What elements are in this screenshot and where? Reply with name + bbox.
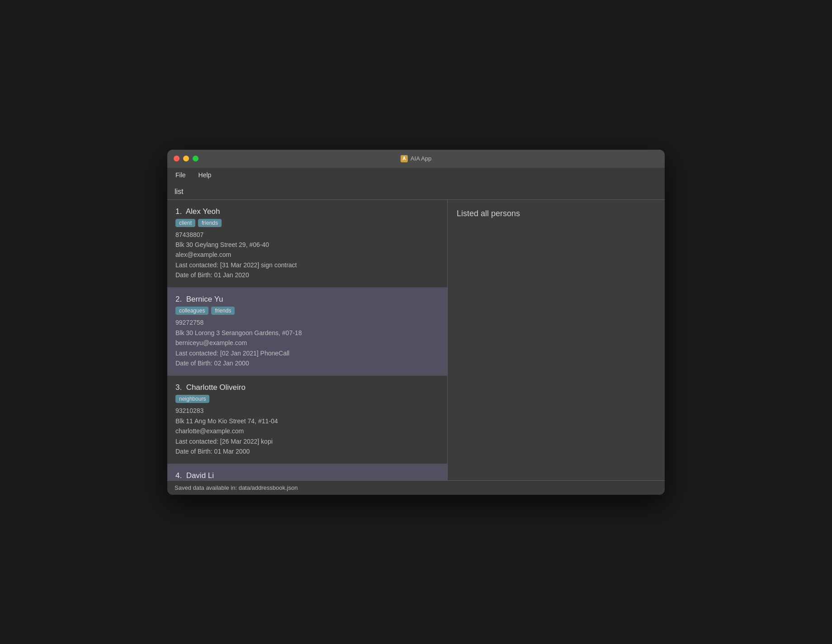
contact-details-3: 93210283 Blk 11 Ang Mo Kio Street 74, #1… [175,406,439,456]
contacts-list[interactable]: 1. Alex Yeoh client friends 87438807 Blk… [167,200,448,480]
tag-friends-2: friends [211,307,235,315]
contact-email-1: alex@example.com [175,250,439,260]
contact-tags-3: neighbours [175,395,439,403]
app-icon: A [401,155,408,162]
app-window: A AIA App File Help list 1. Alex Yeoh cl… [167,150,665,495]
contact-details-1: 87438807 Blk 30 Geylang Street 29, #06-4… [175,230,439,280]
contact-name-4: 4. David Li [175,471,439,480]
contact-dob-1: Date of Birth: 01 Jan 2020 [175,270,439,280]
window-title: AIA App [411,155,431,162]
contact-tags-2: colleagues friends [175,307,439,315]
contact-last-contacted-1: Last contacted: [31 Mar 2022] sign contr… [175,260,439,270]
tag-colleagues: colleagues [175,307,208,315]
content-area: 1. Alex Yeoh client friends 87438807 Blk… [167,200,665,480]
contact-dob-2: Date of Birth: 02 Jan 2000 [175,358,439,368]
page-header: list [167,182,665,200]
maximize-button[interactable] [193,156,199,161]
contact-name-2: 2. Bernice Yu [175,295,439,304]
menu-file[interactable]: File [174,170,188,180]
contact-card-3[interactable]: 3. Charlotte Oliveiro neighbours 9321028… [167,376,447,464]
contact-name-3: 3. Charlotte Oliveiro [175,383,439,392]
right-panel-text: Listed all persons [457,209,656,218]
tag-friends: friends [198,219,222,227]
title-bar: A AIA App [167,150,665,168]
contact-last-contacted-3: Last contacted: [26 Mar 2022] kopi [175,436,439,446]
contact-email-2: berniceyu@example.com [175,338,439,348]
minimize-button[interactable] [183,156,189,161]
page-title: list [175,188,184,195]
contact-phone-1: 87438807 [175,230,439,240]
tag-client: client [175,219,195,227]
contact-address-2: Blk 30 Lorong 3 Serangoon Gardens, #07-1… [175,328,439,338]
contact-dob-3: Date of Birth: 01 Mar 2000 [175,446,439,456]
close-button[interactable] [174,156,180,161]
contact-card-2[interactable]: 2. Bernice Yu colleagues friends 9927275… [167,288,447,376]
contact-phone-2: 99272758 [175,317,439,327]
contact-details-2: 99272758 Blk 30 Lorong 3 Serangoon Garde… [175,317,439,368]
right-panel: Listed all persons [448,200,665,480]
menu-help[interactable]: Help [197,170,213,180]
contact-email-3: charlotte@example.com [175,426,439,436]
contact-tags-1: client friends [175,219,439,227]
contact-address-3: Blk 11 Ang Mo Kio Street 74, #11-04 [175,416,439,426]
contact-address-1: Blk 30 Geylang Street 29, #06-40 [175,240,439,250]
contact-last-contacted-2: Last contacted: [02 Jan 2021] PhoneCall [175,348,439,358]
window-title-area: A AIA App [401,155,431,162]
tag-neighbours: neighbours [175,395,209,403]
status-text: Saved data available in: data/addressboo… [175,484,298,491]
status-bar: Saved data available in: data/addressboo… [167,480,665,495]
traffic-lights [174,156,199,161]
contact-card-4[interactable]: 4. David Li family 91031282 [167,464,447,480]
contact-card-1[interactable]: 1. Alex Yeoh client friends 87438807 Blk… [167,200,447,288]
contact-name-1: 1. Alex Yeoh [175,207,439,216]
menu-bar: File Help [167,168,665,182]
contact-phone-3: 93210283 [175,406,439,416]
